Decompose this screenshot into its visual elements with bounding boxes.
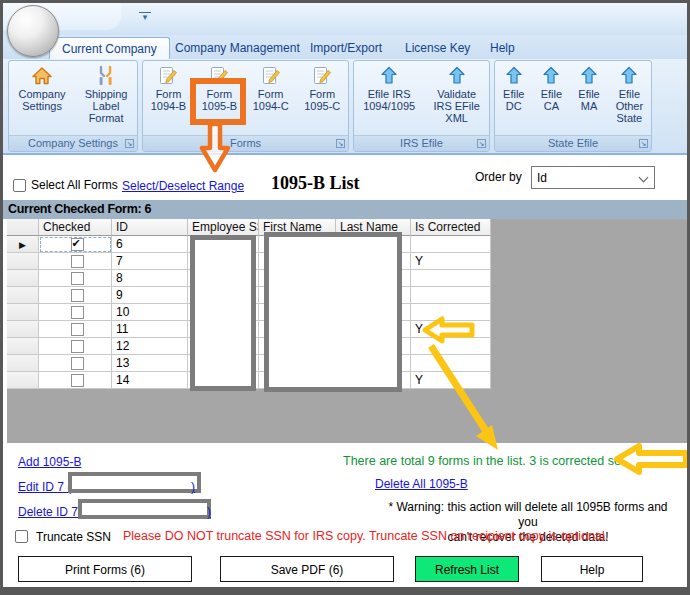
efile-irs-1094-1095-button[interactable]: Efile IRS 1094/1095 — [361, 64, 417, 113]
efile-dc-button[interactable]: Efile DC — [501, 64, 527, 113]
row-selector-cell[interactable] — [7, 304, 39, 321]
is-corrected-cell[interactable]: Y — [411, 372, 491, 389]
row-checkbox[interactable] — [71, 255, 84, 268]
upload-arrow-icon — [618, 65, 640, 87]
tab-label: Company Management — [175, 41, 300, 55]
checked-cell[interactable] — [39, 287, 112, 304]
form-1095c-button[interactable]: Form 1095-C — [302, 64, 342, 113]
id-cell[interactable]: 6 — [112, 236, 188, 253]
efile-other-state-button[interactable]: Efile Other State — [614, 64, 646, 125]
ribbon-group-irs-efile: Efile IRS 1094/1095 Validate IRS EFile X… — [353, 60, 490, 152]
column-header[interactable]: Checked — [39, 219, 112, 236]
dialog-launcher-icon[interactable]: ↘ — [477, 139, 486, 148]
tab-license-key[interactable]: License Key — [393, 37, 482, 59]
column-header[interactable]: Employee SS — [188, 219, 259, 236]
truncate-warning-text: Please DO NOT truncate SSN for IRS copy.… — [123, 529, 608, 543]
tab-company-management[interactable]: Company Management — [163, 37, 312, 59]
tab-help[interactable]: Help — [478, 37, 527, 59]
refresh-list-button[interactable]: Refresh List — [415, 556, 519, 582]
form-1094c-button[interactable]: Form 1094-C — [251, 64, 291, 113]
delete-all-1095b-link[interactable]: Delete All 1095-B — [375, 477, 468, 491]
row-checkbox[interactable] — [71, 357, 84, 370]
dialog-launcher-icon[interactable]: ↘ — [336, 139, 345, 148]
form-1095b-button[interactable]: Form 1095-B — [200, 64, 239, 113]
select-deselect-range-link[interactable]: Select/Deselect Range — [122, 179, 244, 193]
efile-ma-button[interactable]: Efile MA — [576, 64, 602, 113]
button-label: Validate IRS EFile XML — [433, 88, 479, 124]
id-cell[interactable]: 10 — [112, 304, 188, 321]
truncate-ssn-label: Truncate SSN — [36, 530, 111, 544]
is-corrected-cell[interactable]: Y — [411, 321, 491, 338]
application-menu-orb[interactable] — [7, 5, 59, 57]
row-checkbox[interactable] — [71, 289, 84, 302]
id-cell[interactable]: 11 — [112, 321, 188, 338]
id-cell[interactable]: 9 — [112, 287, 188, 304]
checked-cell[interactable] — [39, 304, 112, 321]
chevron-down-icon — [639, 173, 649, 183]
is-corrected-cell[interactable] — [411, 287, 491, 304]
row-checkbox[interactable] — [71, 306, 84, 319]
group-label-company-settings: Company Settings↘ — [9, 135, 137, 151]
redaction-box-names — [264, 232, 402, 392]
footer: Add 1095-B There are total 9 forms in th… — [3, 443, 687, 590]
tab-import-export[interactable]: Import/Export — [298, 37, 394, 59]
company-settings-button[interactable]: Company Settings — [17, 64, 68, 113]
is-corrected-cell[interactable] — [411, 338, 491, 355]
dialog-launcher-icon[interactable]: ↘ — [125, 139, 134, 148]
row-checkbox[interactable] — [71, 374, 84, 387]
quick-access-dropdown-icon[interactable]: ▾ — [139, 12, 151, 22]
select-all-forms-checkbox[interactable] — [13, 179, 26, 192]
print-forms-button[interactable]: Print Forms (6) — [18, 556, 192, 582]
form-edit-icon — [208, 65, 230, 87]
checked-cell[interactable] — [39, 253, 112, 270]
row-selector-cell[interactable] — [7, 372, 39, 389]
order-by-select[interactable]: Id — [531, 166, 655, 189]
button-label: Form 1095-B — [202, 88, 237, 112]
is-corrected-cell[interactable] — [411, 355, 491, 372]
edit-id7-link-suffix[interactable]: ) — [191, 480, 195, 494]
row-checkbox[interactable] — [71, 323, 84, 336]
id-cell[interactable]: 8 — [112, 270, 188, 287]
checked-cell[interactable] — [39, 321, 112, 338]
checked-cell[interactable] — [39, 270, 112, 287]
row-selector-cell[interactable] — [7, 270, 39, 287]
status-text: Current Checked Form: 6 — [8, 202, 151, 216]
row-selector-cell[interactable] — [7, 355, 39, 372]
column-header[interactable]: ID — [112, 219, 188, 236]
dialog-launcher-icon[interactable]: ↘ — [639, 139, 648, 148]
add-1095b-link[interactable]: Add 1095-B — [18, 455, 81, 469]
column-header[interactable]: Is Corrected — [411, 219, 491, 236]
row-selector-cell[interactable] — [7, 338, 39, 355]
truncate-ssn-checkbox[interactable] — [15, 530, 28, 543]
shipping-label-format-button[interactable]: Shipping Label Format — [83, 64, 130, 125]
save-pdf-button[interactable]: Save PDF (6) — [220, 556, 394, 582]
form-1094b-button[interactable]: Form 1094-B — [149, 64, 188, 113]
row-selector-cell[interactable]: ▶ — [7, 236, 39, 253]
is-corrected-cell[interactable] — [411, 304, 491, 321]
checked-cell[interactable] — [39, 355, 112, 372]
id-cell[interactable]: 14 — [112, 372, 188, 389]
is-corrected-cell[interactable] — [411, 270, 491, 287]
validate-irs-efile-xml-button[interactable]: Validate IRS EFile XML — [431, 64, 481, 125]
checked-cell[interactable] — [39, 372, 112, 389]
tab-current-company[interactable]: Current Company — [49, 37, 170, 59]
help-button[interactable]: Help — [541, 556, 643, 582]
id-cell[interactable]: 7 — [112, 253, 188, 270]
id-cell[interactable]: 12 — [112, 338, 188, 355]
row-selector-cell[interactable] — [7, 287, 39, 304]
tab-label: Import/Export — [310, 41, 382, 55]
is-corrected-cell[interactable]: Y — [411, 253, 491, 270]
delete-id7-link[interactable]: Delete ID 7 ( — [18, 505, 85, 519]
checked-cell[interactable] — [39, 338, 112, 355]
button-label: Form 1094-C — [253, 88, 289, 112]
row-checkbox[interactable] — [71, 272, 84, 285]
checked-cell[interactable] — [39, 236, 112, 253]
row-checkbox[interactable] — [71, 238, 84, 251]
row-selector-cell[interactable] — [7, 253, 39, 270]
row-selector-cell[interactable] — [7, 321, 39, 338]
row-checkbox[interactable] — [71, 340, 84, 353]
is-corrected-cell[interactable] — [411, 236, 491, 253]
efile-ca-button[interactable]: Efile CA — [538, 64, 564, 113]
id-cell[interactable]: 13 — [112, 355, 188, 372]
delete-id7-link-suffix[interactable]: ) — [207, 505, 211, 519]
